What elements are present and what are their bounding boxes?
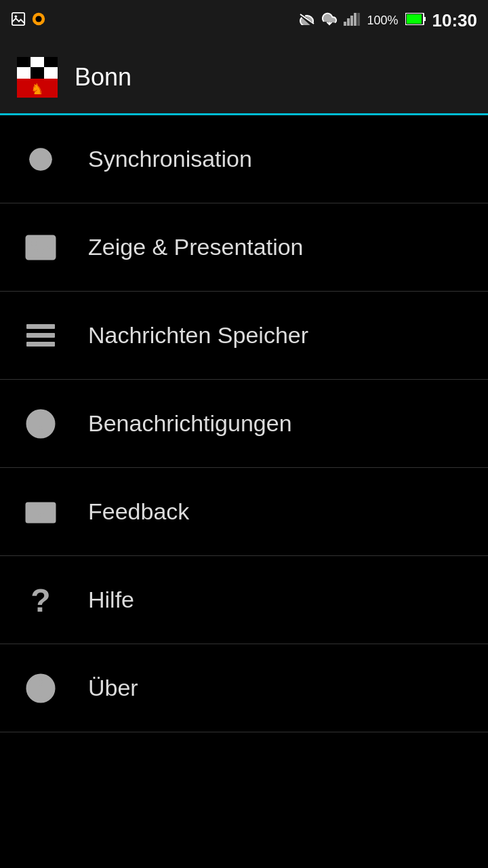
svg-rect-27 <box>30 67 44 79</box>
menu-item-synchronisation[interactable]: Synchronisation <box>0 115 488 203</box>
circle-status-icon <box>31 12 46 30</box>
svg-point-38 <box>39 429 43 432</box>
menu-label-uber: Über <box>88 675 138 701</box>
download-icon <box>322 12 337 29</box>
menu-item-uber[interactable]: Über <box>0 644 488 732</box>
svg-rect-7 <box>347 18 350 26</box>
svg-rect-26 <box>17 67 30 79</box>
svg-rect-28 <box>44 67 58 79</box>
svg-point-32 <box>31 241 37 246</box>
svg-rect-31 <box>26 236 55 259</box>
svg-point-1 <box>15 15 18 18</box>
svg-rect-25 <box>44 57 58 67</box>
svg-rect-6 <box>344 22 346 26</box>
menu-item-feedback[interactable]: Feedback <box>0 468 488 556</box>
menu-item-zeige-presentation[interactable]: Zeige & Presentation <box>0 203 488 292</box>
menu-label-benachrichtigungen: Benachrichtigungen <box>88 410 292 437</box>
alert-circle-icon <box>20 403 61 444</box>
svg-text:?: ? <box>30 583 50 617</box>
menu-item-hilfe[interactable]: ? Hilfe <box>0 556 488 644</box>
svg-rect-35 <box>26 342 55 347</box>
list-icon <box>20 315 61 356</box>
menu-list: Synchronisation Zeige & Presentation Nac… <box>0 115 488 732</box>
status-time: 10:30 <box>432 10 478 31</box>
mail-icon <box>20 492 61 532</box>
menu-label-hilfe: Hilfe <box>88 587 134 613</box>
battery-icon <box>405 13 426 28</box>
menu-label-feedback: Feedback <box>88 498 189 525</box>
menu-label-zeige: Zeige & Presentation <box>88 234 304 260</box>
app-logo: ♞ <box>14 54 61 101</box>
app-header: ♞ Bonn <box>0 41 488 115</box>
info-circle-icon <box>20 668 61 709</box>
app-title: Bonn <box>75 63 131 92</box>
sync-icon <box>20 139 61 180</box>
svg-text:♞: ♞ <box>30 81 44 98</box>
svg-rect-9 <box>354 13 357 26</box>
svg-rect-24 <box>30 57 44 67</box>
menu-label-synchronisation: Synchronisation <box>88 146 252 172</box>
image-status-icon <box>11 12 26 30</box>
svg-rect-23 <box>17 57 30 67</box>
svg-rect-12 <box>407 14 422 24</box>
image-icon <box>20 227 61 268</box>
svg-rect-34 <box>26 333 55 338</box>
svg-rect-10 <box>357 13 360 26</box>
svg-point-43 <box>39 679 43 683</box>
question-icon: ? <box>20 580 61 620</box>
svg-rect-8 <box>350 16 353 26</box>
svg-rect-13 <box>424 17 426 21</box>
signal-icon <box>344 12 360 28</box>
menu-item-nachrichten-speicher[interactable]: Nachrichten Speicher <box>0 292 488 380</box>
svg-point-3 <box>35 16 41 22</box>
svg-rect-0 <box>12 12 24 24</box>
eye-off-icon <box>299 13 315 28</box>
svg-rect-33 <box>26 324 55 329</box>
battery-text: 100% <box>367 14 398 28</box>
menu-label-nachrichten: Nachrichten Speicher <box>88 322 308 349</box>
menu-item-benachrichtigungen[interactable]: Benachrichtigungen <box>0 380 488 468</box>
status-bar: 100% 10:30 <box>0 0 488 41</box>
